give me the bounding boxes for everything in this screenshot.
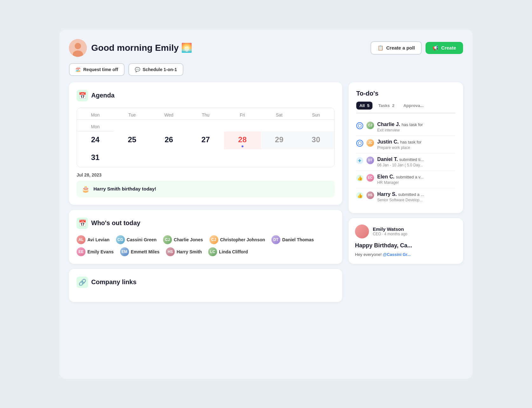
calendar-header-row: Mon Tue Wed Thu Fri Sat Sun Mon <box>77 108 334 131</box>
person-linda-clifford[interactable]: LC Linda Clifford <box>208 247 248 256</box>
person-avatar-emily-evans: EE <box>77 247 85 256</box>
whos-out-card: 📅 Who's out today AL Avi Levian CG Cassi… <box>69 210 342 264</box>
person-avatar-daniel: DT <box>271 235 280 244</box>
cal-date-28[interactable]: 28 <box>224 131 261 149</box>
action-buttons: 🏖️ Request time off 💬 Schedule 1-on-1 <box>69 63 463 76</box>
todo-content-charlie: Charlie J. has task for Exit interview <box>377 122 455 132</box>
whos-out-icon: 📅 <box>77 217 88 229</box>
tab-tasks[interactable]: Tasks 2 <box>375 102 398 110</box>
person-emily-evans[interactable]: EE Emily Evans <box>77 247 114 256</box>
person-avatar-avi: AL <box>77 235 85 244</box>
person-charlie-jones[interactable]: CJ Charlie Jones <box>163 235 203 244</box>
cal-date-25[interactable]: 25 <box>114 131 151 149</box>
todo-item-daniel[interactable]: ✈ DT Daniel T. submitted ti... 06 Jan - … <box>356 153 455 171</box>
person-avatar-christopher: CJ <box>209 235 218 244</box>
cal-date-30[interactable]: 30 <box>297 131 334 149</box>
main-content: 📅 Agenda Mon Tue Wed Thu Fri Sat Sun Mon <box>69 82 463 302</box>
todo-sub-justin: Prepare work place <box>377 145 455 150</box>
company-links-header: 🔗 Company links <box>77 277 335 288</box>
person-christopher-johnson[interactable]: CJ Christopher Johnson <box>209 235 265 244</box>
person-name-emily-evans: Emily Evans <box>87 249 114 254</box>
cal-date-26[interactable]: 26 <box>150 131 187 149</box>
todo-person-justin: Justin C. <box>377 139 399 144</box>
person-name-avi: Avi Levian <box>87 237 110 242</box>
agenda-title: Agenda <box>91 92 114 99</box>
event-item: 🎂 Harry Smith birthday today! <box>77 181 335 197</box>
person-name-christopher: Christopher Johnson <box>220 237 265 242</box>
todo-content-justin: Justin C. has task for Prepare work plac… <box>377 139 455 150</box>
person-avi-levian[interactable]: AL Avi Levian <box>77 235 110 244</box>
todo-person-charlie: Charlie J. <box>377 122 400 127</box>
tab-tasks-count: 2 <box>392 103 394 108</box>
cal-header-thu: Thu <box>187 108 224 120</box>
agenda-calendar-icon: 📅 <box>77 90 88 101</box>
todos-tabs: All 5 Tasks 2 Approva... <box>356 102 455 113</box>
agenda-header: 📅 Agenda <box>77 90 335 101</box>
post-meta: CEO · 4 months ago <box>373 232 407 236</box>
post-title: Happy Birthday, Ca... <box>355 242 457 249</box>
todo-check-charlie <box>356 122 363 129</box>
whos-out-header: 📅 Who's out today <box>77 217 335 229</box>
person-emmett-miles[interactable]: EM Emmett Miles <box>120 247 160 256</box>
person-cassini-green[interactable]: CG Cassini Green <box>116 235 157 244</box>
tab-approvals[interactable]: Approva... <box>400 102 427 110</box>
people-list: AL Avi Levian CG Cassini Green CJ Charli… <box>77 235 335 256</box>
post-author-name: Emily Watson <box>373 226 407 232</box>
todo-icon-thumbsup-elen: 👍 <box>356 175 363 182</box>
todo-person-elen: Elen C. <box>377 174 394 179</box>
person-name-linda: Linda Clifford <box>219 249 248 254</box>
todo-item-harry[interactable]: 👍 HS Harry S. submitted a ... Senior Sof… <box>356 188 455 205</box>
cal-date-31[interactable]: 31 <box>77 149 114 167</box>
person-name-harry: Harry Smith <box>177 249 202 254</box>
cal-header-sat: Sat <box>261 108 298 120</box>
post-author-avatar <box>355 224 369 238</box>
company-links-title: Company links <box>91 278 136 286</box>
todo-avatar-elen: EC <box>366 174 374 182</box>
todo-person-harry: Harry S. <box>377 191 397 197</box>
company-links-icon: 🔗 <box>77 277 88 288</box>
cal-date-24[interactable]: 24 <box>77 131 114 149</box>
header-left: Good morning Emily 🌅 <box>69 39 192 57</box>
company-links-card: 🔗 Company links <box>69 269 342 302</box>
calendar-grid: Mon Tue Wed Thu Fri Sat Sun Mon 24 25 26… <box>77 108 335 167</box>
post-mention: @Cassini Gr... <box>383 252 411 257</box>
svg-point-4 <box>358 142 361 145</box>
cal-header-wed: Wed <box>150 108 187 120</box>
timeoff-icon: 🏖️ <box>75 67 81 72</box>
right-column: To-do's All 5 Tasks 2 Approva... <box>349 82 463 264</box>
cal-date-29[interactable]: 29 <box>261 131 298 149</box>
todo-item-elen[interactable]: 👍 EC Elen C. submitted a v... HR Manager <box>356 171 455 188</box>
cal-header-sun: Sun <box>297 108 334 120</box>
post-header: Emily Watson CEO · 4 months ago <box>355 224 457 238</box>
tab-all[interactable]: All 5 <box>356 102 372 110</box>
todo-icon-thumbsup-harry: 👍 <box>356 192 363 199</box>
todo-avatar-daniel: DT <box>366 157 374 164</box>
person-avatar-linda: LC <box>208 247 217 256</box>
agenda-card: 📅 Agenda Mon Tue Wed Thu Fri Sat Sun Mon <box>69 82 342 205</box>
schedule-1on1-button[interactable]: 💬 Schedule 1-on-1 <box>128 63 183 76</box>
person-name-charlie: Charlie Jones <box>174 237 203 242</box>
cal-header-mon1: Mon <box>77 108 114 120</box>
calendar-dates-row: 24 25 26 27 28 29 30 31 <box>77 131 334 167</box>
post-time: 4 months ago <box>384 232 407 236</box>
person-daniel-thomas[interactable]: DT Daniel Thomas <box>271 235 314 244</box>
cal-date-27[interactable]: 27 <box>187 131 224 149</box>
todo-avatar-justin: JC <box>366 139 374 147</box>
todo-avatar-harry: HS <box>366 191 374 199</box>
todo-item-justin[interactable]: JC Justin C. has task for Prepare work p… <box>356 136 455 153</box>
post-author-info: Emily Watson CEO · 4 months ago <box>373 226 407 236</box>
create-button[interactable]: 📢 Create <box>426 42 463 54</box>
selected-date-label: Jul 28, 2023 <box>77 172 335 177</box>
todos-title: To-do's <box>356 90 455 97</box>
todo-item-charlie[interactable]: CJ Charlie J. has task for Exit intervie… <box>356 118 455 136</box>
todo-check-justin <box>356 140 363 147</box>
cal-header-mon2: Mon <box>77 120 114 131</box>
todo-sub-daniel: 06 Jan - 10 Jan ( 5.0 Day... <box>377 163 455 167</box>
chat-icon: 💬 <box>135 67 140 72</box>
create-poll-button[interactable]: 📋 Create a poll <box>371 41 422 55</box>
request-time-off-button[interactable]: 🏖️ Request time off <box>69 63 125 76</box>
todo-sub-harry: Senior Software Develop... <box>377 198 455 202</box>
person-name-cassini: Cassini Green <box>127 237 157 242</box>
person-harry-smith[interactable]: HS Harry Smith <box>166 247 202 256</box>
svg-point-1 <box>75 43 81 49</box>
